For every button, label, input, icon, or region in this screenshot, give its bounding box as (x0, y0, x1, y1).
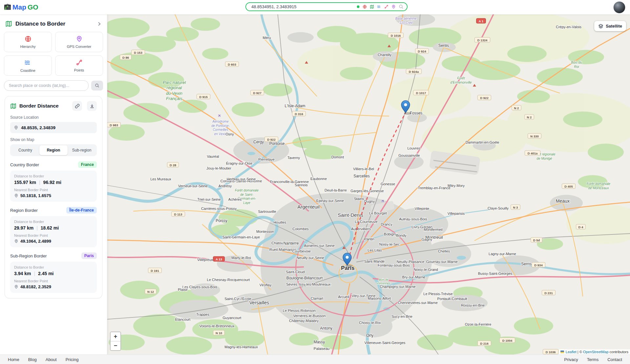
map-town-label: Drancy (381, 222, 392, 226)
svg-text:D 153: D 153 (134, 51, 142, 54)
svg-text:N 2: N 2 (527, 115, 532, 119)
footer-left-links: Home Blog About Pricing (8, 357, 78, 362)
sidebar-search-button[interactable] (91, 81, 103, 91)
footer-link-pricing[interactable]: Pricing (66, 357, 79, 362)
svg-text:N 330: N 330 (530, 134, 538, 138)
region-badge: Île-de-France (66, 207, 97, 213)
map-town-label: Plaisir (178, 288, 188, 292)
map-town-label: Gagny (422, 237, 432, 241)
map-town-label: Noisy-le-Grand (414, 268, 438, 272)
nearest-point-label: Nearest Border Point (14, 279, 93, 283)
map-town-label: Sartrouville (258, 210, 276, 213)
svg-text:D 231: D 231 (544, 291, 553, 295)
map-town-label: Lagny-sur-Marne (489, 252, 516, 256)
road-shield: D 153 (132, 50, 145, 55)
top-bar: MapGO (0, 0, 630, 14)
map-town-label: Argenteuil (297, 204, 320, 210)
search-icon (95, 83, 99, 88)
country-border-panel: Distance to Border 155.97 km|96.92 mi Ne… (10, 171, 97, 202)
road-shield: D 1004 (499, 338, 515, 343)
footer-link-privacy[interactable]: Privacy (564, 357, 578, 362)
map-town-label: Châtenay-Malabry (289, 319, 319, 323)
tool-coastline[interactable]: Coastline (4, 55, 52, 76)
zoom-in-button[interactable]: + (111, 332, 120, 341)
footer-link-home[interactable]: Home (8, 357, 19, 362)
svg-text:N 2: N 2 (514, 106, 519, 110)
map-town-label: Osny (225, 132, 234, 136)
map-town-label: Senlis (438, 43, 449, 48)
sidebar-search-input[interactable] (4, 80, 89, 91)
distance-label: Distance to Border (14, 220, 93, 224)
svg-text:D 924: D 924 (418, 50, 426, 53)
border-map-icon (370, 5, 374, 9)
map-town-label: Les Mureaux (150, 177, 171, 181)
download-button[interactable] (87, 101, 97, 111)
map-town-label: Saint-Cloud (286, 270, 304, 274)
road-shield: D 1016 (388, 33, 403, 38)
sub-region-border-panel: Distance to Border 3.94 km|2.45 mi Neare… (10, 262, 97, 293)
map-town-label: Magny-les-Hameaux (224, 345, 258, 349)
svg-text:D 4: D 4 (578, 225, 584, 229)
satellite-toggle-button[interactable]: Satellite (594, 21, 626, 31)
footer-link-blog[interactable]: Blog (28, 357, 37, 362)
zoom-control: + − (110, 332, 121, 351)
tab-region[interactable]: Region (39, 145, 68, 155)
user-avatar[interactable] (613, 1, 625, 13)
map-tiles[interactable]: Parc naturelrégionaldu VexinFrançaisForê… (107, 14, 630, 354)
footer-link-terms[interactable]: Terms (587, 357, 598, 362)
map-town-label: Villiers-le-Bel (353, 167, 374, 171)
mapgo-logo[interactable]: MapGO (4, 3, 38, 11)
map-town-label: Verneuil-sur-Seine (178, 184, 208, 188)
road-shield: D 231 (542, 290, 556, 295)
map-town-label: Meaux (556, 198, 570, 204)
sub-region-badge: Paris (81, 253, 97, 259)
source-location-value-box: 48.8535, 2.34839 (10, 122, 97, 133)
map-town-label: Palaiseau (314, 347, 329, 351)
road-shield: D 983 (107, 122, 121, 127)
map-town-label: Louvres (407, 146, 420, 150)
map-town-label: Achères (228, 197, 242, 201)
search-icon[interactable] (399, 4, 404, 9)
tab-country[interactable]: Country (11, 145, 39, 155)
global-search-bar[interactable] (245, 2, 408, 11)
map-town-label: Franconville-la-Garenne (270, 180, 309, 184)
tool-points[interactable]: Points (55, 55, 103, 76)
hierarchy-globe-icon (363, 5, 367, 9)
svg-text:D 316: D 316 (295, 112, 303, 116)
tool-gps-converter[interactable]: GPS Converter (55, 32, 103, 52)
map-town-label: Andrésy (219, 184, 232, 188)
nearest-point-value: 49.1064, 2.4899 (20, 239, 51, 244)
map-area-label: Forêt domanialede Montceaux (587, 182, 611, 190)
footer-link-contact[interactable]: Contact (607, 357, 622, 362)
sidebar: Distance to Border Hierarchy GPS Convert… (0, 14, 107, 354)
map-town-label: Sarcelles (353, 174, 369, 178)
pin-icon (14, 193, 18, 198)
map-town-label: Chatou (271, 241, 283, 245)
tab-sub-region[interactable]: Sub-region (68, 145, 96, 155)
svg-text:D 216: D 216 (480, 342, 488, 345)
svg-text:D 1324: D 1324 (477, 38, 488, 42)
map-town-label: Pantin (364, 237, 374, 241)
footer-link-about[interactable]: About (46, 357, 57, 362)
collapse-chevron-icon[interactable] (96, 21, 102, 27)
points-route-icon (384, 5, 388, 9)
tool-hierarchy[interactable]: Hierarchy (4, 32, 52, 52)
map-town-label: Ozoir-la-Ferrière (465, 322, 492, 326)
map-town-label: Aulnay-sous-Bois (399, 217, 427, 221)
svg-text:D 1036: D 1036 (546, 350, 556, 354)
map-town-label: Le Chesnay-Rocquencourt (207, 278, 250, 282)
global-search-input[interactable] (251, 4, 357, 10)
map-attribution: Leaflet | © OpenStreetMap contributors (559, 349, 630, 354)
svg-text:D 983: D 983 (110, 123, 118, 127)
road-shield: N 12 (145, 289, 157, 294)
leaflet-link[interactable]: Leaflet (566, 350, 577, 354)
map-town-label: Eaubonne (310, 177, 327, 181)
copy-link-button[interactable] (72, 101, 82, 111)
road-shield: D 113 (172, 212, 185, 216)
osm-link[interactable]: OpenStreetMap (583, 350, 609, 354)
tool-label: Coastline (20, 69, 35, 72)
road-shield: D 922 (265, 137, 278, 142)
map-canvas[interactable]: Parc naturelrégionaldu VexinFrançaisForê… (107, 14, 630, 354)
tool-label: Points (74, 68, 84, 72)
zoom-out-button[interactable]: − (111, 341, 120, 350)
